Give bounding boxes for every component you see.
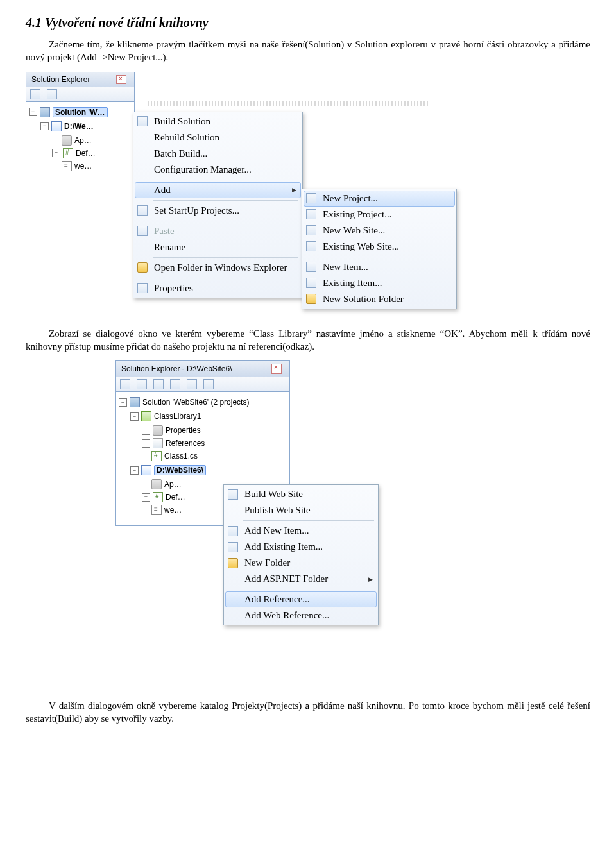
tree-item[interactable]: Ap… — [52, 134, 96, 147]
menu-label: Add Reference... — [244, 594, 310, 605]
menu-label: Existing Item... — [323, 278, 382, 289]
menu-label: Build Web Site — [244, 489, 303, 500]
tree-item[interactable]: we… — [142, 504, 185, 516]
references-icon — [153, 438, 163, 448]
toolbar-icon[interactable] — [187, 379, 197, 389]
menu-set-startup[interactable]: Set StartUp Projects... — [135, 203, 301, 219]
menu-label: Add — [154, 185, 171, 196]
toolbar-icon[interactable] — [203, 379, 214, 389]
menu-build-solution[interactable]: Build Solution — [135, 114, 301, 130]
menu-add-reference[interactable]: Add Reference... — [225, 591, 377, 607]
tree-label: we… — [74, 162, 92, 171]
close-icon[interactable] — [116, 75, 126, 84]
folder-icon — [62, 135, 72, 146]
menu-rename[interactable]: Rename — [135, 239, 301, 255]
menu-new-solution-folder[interactable]: New Solution Folder — [304, 291, 455, 307]
menu-rebuild-solution[interactable]: Rebuild Solution — [135, 130, 301, 146]
tree-item[interactable]: +References — [142, 437, 205, 450]
collapse-icon[interactable]: − — [40, 122, 49, 130]
menu-add-asp-net-folder[interactable]: Add ASP.NET Folder▶ — [225, 571, 377, 587]
menu-separator — [153, 180, 298, 180]
tree-label: we… — [164, 505, 182, 514]
collapse-icon[interactable]: − — [130, 466, 139, 475]
menu-label: Open Folder in Windows Explorer — [154, 262, 287, 273]
menu-new-item[interactable]: New Item... — [304, 259, 455, 275]
menu-label: Add Existing Item... — [244, 541, 323, 552]
menu-batch-build[interactable]: Batch Build... — [135, 146, 301, 162]
toolbar-icon[interactable] — [137, 379, 147, 389]
tree-item[interactable]: +Def… — [52, 147, 96, 160]
menu-new-web-site[interactable]: New Web Site... — [304, 223, 455, 239]
expand-icon[interactable]: + — [142, 439, 150, 448]
menu-open-folder[interactable]: Open Folder in Windows Explorer — [135, 260, 301, 276]
tree-item[interactable]: +Def… — [142, 491, 185, 504]
tree-solution[interactable]: −Solution 'WebSite6' (2 projects) — [119, 396, 287, 409]
new-item-icon — [228, 526, 238, 536]
tree-label: Def… — [166, 493, 185, 502]
tree-label: Ap… — [74, 136, 92, 145]
tree-label: ClassLibrary1 — [154, 412, 201, 421]
tree-website[interactable]: −D:\WebSite6\ — [130, 464, 206, 477]
folder-icon — [306, 294, 316, 304]
menu-config-manager[interactable]: Configuration Manager... — [135, 162, 301, 178]
tree-solution[interactable]: −Solution 'W… — [29, 106, 132, 119]
collapse-icon[interactable]: − — [130, 412, 139, 421]
expand-icon[interactable]: + — [142, 427, 150, 435]
menu-existing-web-site[interactable]: Existing Web Site... — [304, 239, 455, 255]
project-icon — [51, 121, 62, 131]
tree-item[interactable]: Ap… — [142, 478, 185, 491]
toolbar-icon[interactable] — [170, 379, 180, 389]
panel-title: Solution Explorer — [31, 75, 90, 84]
menu-add-new-item[interactable]: Add New Item... — [225, 523, 377, 539]
menu-paste: Paste — [135, 223, 301, 239]
tree-item[interactable]: +Properties — [142, 424, 205, 437]
folder-icon — [137, 262, 148, 273]
toolbar-icon[interactable] — [153, 379, 164, 389]
collapse-icon[interactable]: − — [29, 108, 37, 116]
menu-label: Build Solution — [154, 116, 210, 127]
menu-separator — [153, 200, 298, 201]
expand-icon[interactable]: + — [52, 149, 60, 157]
tree-label: Def… — [76, 149, 96, 158]
menu-separator — [243, 520, 374, 521]
menu-label: New Project... — [323, 193, 378, 204]
menu-properties[interactable]: Properties — [135, 280, 301, 296]
menu-label: Existing Project... — [323, 209, 392, 220]
section-heading: 4.1 Vytvoření nové třídní knihovny — [26, 15, 590, 30]
menu-new-project[interactable]: New Project... — [304, 191, 455, 207]
new-item-icon — [306, 262, 316, 272]
menu-add[interactable]: Add▶ — [135, 182, 301, 198]
folder-icon — [151, 479, 162, 489]
tree-item[interactable]: Class1.cs — [142, 450, 205, 462]
toolbar-icon[interactable] — [120, 379, 130, 389]
menu-build-web-site[interactable]: Build Web Site — [225, 486, 377, 502]
tree-label-project: D:\We… — [64, 122, 94, 131]
paragraph-3: V dalším dialogovém okně vybereme katalo… — [26, 699, 590, 725]
panel-titlebar: Solution Explorer — [26, 72, 135, 87]
cs-file-icon — [63, 148, 73, 158]
menu-add-web-reference[interactable]: Add Web Reference... — [225, 607, 377, 623]
menu-add-existing-item[interactable]: Add Existing Item... — [225, 539, 377, 555]
menu-label: New Solution Folder — [323, 294, 404, 305]
tree-classlib[interactable]: −ClassLibrary1 — [130, 410, 206, 423]
solution-explorer-panel: Solution Explorer −Solution 'W… −D:\We… … — [26, 72, 135, 182]
expand-icon[interactable]: + — [142, 493, 150, 502]
menu-new-folder[interactable]: New Folder — [225, 555, 377, 571]
close-icon[interactable] — [271, 364, 282, 374]
cs-file-icon — [151, 451, 162, 461]
collapse-icon[interactable]: − — [119, 398, 127, 407]
toolbar-icon[interactable] — [30, 89, 40, 99]
menu-existing-project[interactable]: Existing Project... — [304, 207, 455, 223]
toolbar-icon[interactable] — [47, 89, 57, 99]
menu-publish-web-site[interactable]: Publish Web Site — [225, 502, 377, 518]
tree-item[interactable]: we… — [52, 160, 96, 173]
tree-project[interactable]: −D:\We… — [40, 120, 96, 133]
menu-label: Add ASP.NET Folder — [244, 573, 328, 584]
menu-existing-item[interactable]: Existing Item... — [304, 275, 455, 291]
context-menu-website: Build Web Site Publish Web Site Add New … — [223, 484, 379, 625]
menu-label: New Item... — [323, 262, 368, 273]
menu-separator — [153, 278, 298, 278]
panel-toolbar — [116, 377, 290, 392]
existing-item-icon — [306, 278, 316, 288]
panel-titlebar: Solution Explorer - D:\WebSite6\ — [116, 360, 290, 377]
